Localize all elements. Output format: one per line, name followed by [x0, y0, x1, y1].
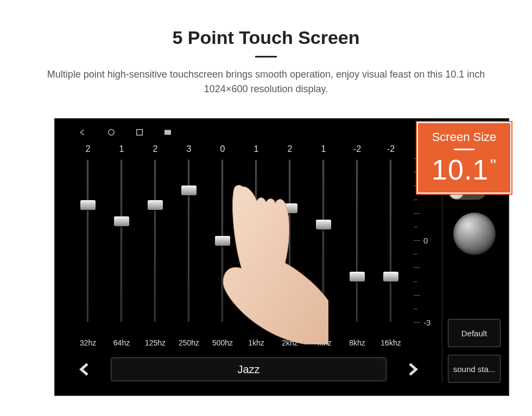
eq-freq-label: 16khz [375, 338, 407, 347]
default-button[interactable]: Default [448, 319, 501, 347]
eq-freq-label: 4khz [307, 338, 340, 347]
picture-icon[interactable] [163, 127, 173, 137]
eq-slider[interactable] [289, 159, 291, 322]
eq-slider-knob[interactable] [383, 272, 398, 281]
eq-band-32hz: 232hz [72, 144, 104, 350]
preset-prev-button[interactable] [75, 359, 94, 380]
eq-freq-label: 125hz [139, 338, 172, 347]
eq-slider-knob[interactable] [215, 236, 230, 246]
sound-stage-button[interactable]: sound sta... [448, 355, 501, 383]
eq-band-500hz: 0500hz [206, 144, 239, 350]
page-title: 5 Point Touch Screen [0, 27, 532, 48]
eq-band-1khz: 11khz [240, 144, 273, 350]
eq-band-4khz: 14khz [307, 144, 340, 350]
eq-slider-knob[interactable] [148, 200, 163, 210]
eq-value: 1 [105, 144, 138, 154]
svg-rect-2 [164, 130, 171, 135]
svg-rect-1 [137, 130, 143, 136]
eq-freq-label: 32hz [72, 338, 104, 347]
eq-value: 3 [173, 144, 205, 154]
eq-freq-label: 1khz [240, 338, 273, 347]
eq-slider-knob[interactable] [350, 272, 365, 281]
balance-knob[interactable] [453, 213, 496, 255]
eq-freq-label: 2khz [274, 338, 306, 347]
eq-band-64hz: 164hz [105, 144, 138, 350]
eq-slider[interactable] [154, 159, 156, 322]
eq-slider[interactable] [322, 159, 325, 322]
recent-apps-icon[interactable] [135, 127, 144, 137]
eq-slider[interactable] [121, 159, 123, 322]
eq-value: 2 [139, 144, 172, 154]
eq-freq-label: 64hz [105, 338, 138, 347]
eq-slider-knob[interactable] [316, 220, 331, 229]
screen-size-badge: Screen Size 10.1" [416, 121, 512, 195]
eq-slider-knob[interactable] [80, 200, 96, 210]
page-subtitle: Multiple point high-sensitive touchscree… [43, 67, 489, 97]
eq-band-8khz: -28khz [341, 144, 373, 350]
back-icon[interactable] [78, 127, 88, 137]
eq-band-2khz: 22khz [274, 144, 306, 350]
eq-slider-knob[interactable] [181, 185, 197, 195]
badge-value: 10.1" [432, 153, 497, 186]
svg-point-0 [109, 130, 115, 136]
eq-slider[interactable] [87, 159, 89, 322]
eq-slider-knob[interactable] [282, 203, 297, 213]
home-icon[interactable] [106, 127, 116, 137]
eq-value: 2 [274, 144, 306, 154]
eq-value: 1 [240, 144, 273, 154]
eq-freq-label: 500hz [206, 338, 239, 347]
eq-slider[interactable] [356, 159, 358, 322]
eq-value: 0 [206, 144, 239, 154]
eq-value: 1 [307, 144, 340, 154]
title-underline [255, 56, 277, 57]
badge-title: Screen Size [432, 130, 497, 144]
eq-band-125hz: 2125hz [139, 144, 172, 350]
eq-freq-label: 8khz [341, 338, 373, 347]
eq-value: -2 [375, 144, 407, 154]
eq-value: 2 [72, 144, 104, 154]
eq-slider[interactable] [390, 159, 392, 322]
preset-row: Jazz [75, 356, 422, 383]
scale-mid: 0 [423, 236, 428, 245]
badge-divider [454, 149, 474, 150]
preset-next-button[interactable] [403, 359, 422, 380]
eq-band-16khz: -216khz [375, 144, 407, 350]
eq-slider[interactable] [255, 159, 257, 322]
eq-freq-label: 250hz [173, 338, 205, 347]
eq-slider[interactable] [188, 159, 190, 322]
equalizer-area: 232hz164hz2125hz3250hz0500hz11khz22khz14… [72, 144, 408, 350]
scale-min: -3 [423, 318, 430, 327]
preset-name[interactable]: Jazz [111, 357, 387, 381]
eq-slider-knob[interactable] [249, 220, 264, 229]
eq-value: -2 [341, 144, 373, 154]
eq-slider-knob[interactable] [114, 216, 129, 226]
eq-band-250hz: 3250hz [173, 144, 205, 350]
